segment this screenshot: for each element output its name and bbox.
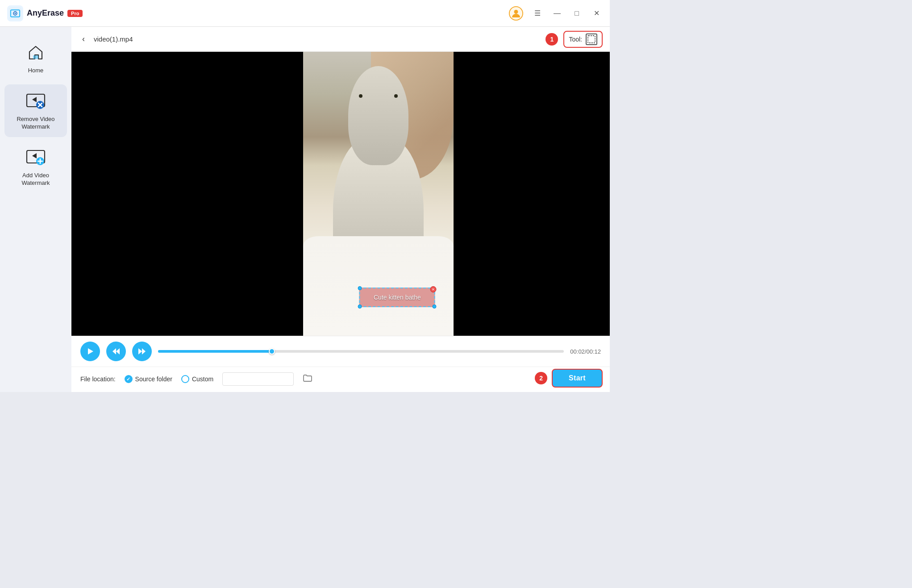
file-location-bar: File location: Source folder Custom 2 St… [71,367,610,392]
watermark-text: Cute kitten bathe [374,294,421,301]
source-folder-label: Source folder [135,375,172,383]
maximize-button[interactable]: □ [571,7,583,20]
user-profile-button[interactable] [508,5,524,21]
app-name: AnyErase [27,8,64,18]
remove-watermark-icon [25,91,46,112]
svg-marker-18 [138,348,142,354]
tool-box: Tool: [563,31,603,48]
main-content: ‹ video(1).mp4 1 Tool: [71,27,610,392]
svg-rect-6 [33,55,38,59]
svg-point-5 [514,10,518,14]
play-button[interactable] [80,342,100,361]
watermark-close-button[interactable]: ✕ [430,286,437,292]
svg-rect-13 [588,36,595,43]
back-button[interactable]: ‹ [79,33,88,46]
source-folder-radio[interactable] [125,375,133,383]
svg-point-3 [14,13,16,14]
sidebar-item-home[interactable]: Home [4,36,67,81]
svg-marker-15 [112,348,116,354]
video-black-right [454,52,610,336]
title-bar: AnyErase Pro ☰ — □ ✕ [0,0,610,27]
svg-marker-16 [116,348,120,354]
app-body: Home Remove Video Watermark [0,27,610,392]
svg-marker-11 [32,153,37,158]
sidebar-item-remove-watermark[interactable]: Remove Video Watermark [4,84,67,137]
step1-badge: 1 [546,33,558,46]
add-watermark-icon [25,147,46,168]
progress-thumb[interactable] [269,348,275,354]
app-logo [7,5,23,21]
video-black-left [71,52,303,336]
source-folder-option[interactable]: Source folder [125,375,172,383]
sidebar-item-remove-label: Remove Video Watermark [9,116,62,131]
start-button[interactable]: Start [552,369,603,388]
forward-button[interactable] [132,342,152,361]
close-button[interactable]: ✕ [590,7,603,20]
file-name: video(1).mp4 [94,35,540,43]
pro-badge: Pro [67,10,83,17]
sidebar-item-home-label: Home [28,67,44,75]
custom-radio[interactable] [181,375,189,383]
sidebar-item-add-watermark[interactable]: Add Video Watermark [4,141,67,193]
rewind-button[interactable] [106,342,126,361]
browse-folder-button[interactable] [303,373,312,385]
watermark-selection-box[interactable]: ✕ Cute kitten bathe [359,288,435,307]
handle-bottom-left[interactable] [358,304,362,309]
sidebar: Home Remove Video Watermark [0,27,71,392]
selection-tool-icon[interactable] [586,33,597,45]
time-display: 00:02/00:12 [570,348,601,355]
home-icon [25,42,46,63]
custom-path-input[interactable] [222,372,294,386]
progress-track[interactable] [158,350,564,353]
sidebar-item-add-label: Add Video Watermark [9,172,62,187]
video-frame: ✕ Cute kitten bathe [303,52,454,336]
tool-label: Tool: [569,36,582,43]
title-bar-actions: ☰ — □ ✕ [508,5,603,21]
svg-marker-14 [88,348,93,354]
minimize-button[interactable]: — [551,7,563,20]
menu-button[interactable]: ☰ [531,7,544,20]
file-location-label: File location: [80,375,116,383]
svg-marker-8 [32,97,37,102]
content-topbar: ‹ video(1).mp4 1 Tool: [71,27,610,52]
video-area: ✕ Cute kitten bathe [71,52,610,336]
start-btn-area: 2 Start [535,369,603,388]
video-container: ✕ Cute kitten bathe [71,52,610,336]
svg-marker-17 [142,348,146,354]
controls-bar: 00:02/00:12 [71,336,610,367]
custom-label: Custom [192,375,213,383]
step2-badge: 2 [535,372,547,384]
handle-bottom-right[interactable] [433,304,437,309]
custom-option[interactable]: Custom [181,375,213,383]
handle-top-left[interactable] [358,286,362,290]
progress-fill [158,350,272,353]
